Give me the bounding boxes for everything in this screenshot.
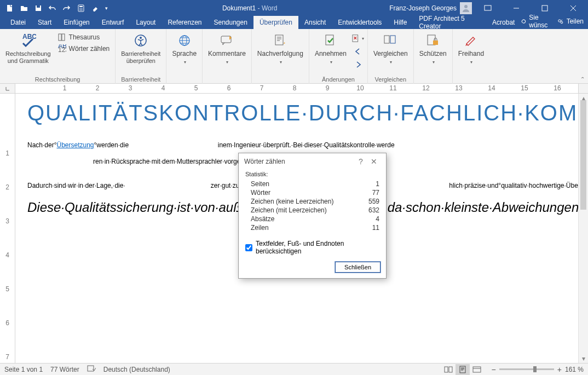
spellcheck-button[interactable]: ABC Rechtschreibung und Grammatik <box>3 31 53 64</box>
avatar-icon[interactable] <box>460 2 472 14</box>
wordcount-icon: ABC123 <box>57 44 66 53</box>
tab-hilfe[interactable]: Hilfe <box>388 16 413 29</box>
dialog-titlebar[interactable]: Wörter zählen ? ✕ <box>239 153 386 170</box>
scrollbar-vertical[interactable]: ▴ ▾ <box>578 94 588 363</box>
wordcount-button[interactable]: ABC123Wörter zählen <box>55 43 112 54</box>
tab-start[interactable]: Start <box>32 16 57 29</box>
ruler-horizontal[interactable]: 12345678910111213141516 <box>0 84 588 94</box>
group-barrierefreiheit: Barrierefreiheit überprüfen Barrierefrei… <box>116 29 166 84</box>
compare-button[interactable]: Vergleichen▾ <box>371 31 410 65</box>
scroll-thumb[interactable] <box>580 100 586 210</box>
hyperlink[interactable]: Übersetzung <box>57 141 94 149</box>
ruler-end <box>578 84 588 93</box>
zoom-knob[interactable] <box>533 366 537 372</box>
tab-acrobat[interactable]: Acrobat <box>486 16 521 29</box>
svg-rect-38 <box>473 367 481 372</box>
tab-pdfarchitect[interactable]: PDF Architect 5 Creator <box>413 16 486 29</box>
ruler-num: 6 <box>5 319 9 353</box>
tab-sendungen[interactable]: Sendungen <box>208 16 253 29</box>
tab-ansicht[interactable]: Ansicht <box>298 16 332 29</box>
zoom-slider[interactable] <box>499 368 554 370</box>
language-button[interactable]: Sprache▾ <box>170 31 199 65</box>
tab-referenzen[interactable]: Referenzen <box>162 16 207 29</box>
ruler-num: 5 <box>5 285 9 319</box>
accessibility-button[interactable]: Barrierefreiheit überprüfen <box>119 31 163 64</box>
stat-value: 559 <box>358 198 379 205</box>
ruler-num: 1 <box>48 84 81 92</box>
redo-icon[interactable] <box>60 1 74 15</box>
tab-layout[interactable]: Layout <box>130 16 162 29</box>
ink-icon <box>462 32 480 49</box>
include-textboxes-checkbox[interactable] <box>245 244 252 251</box>
view-print-icon[interactable] <box>456 364 470 375</box>
ruler-num: 15 <box>508 84 541 92</box>
svg-point-16 <box>561 21 563 24</box>
svg-rect-12 <box>485 5 491 10</box>
dialog-footer: Schließen <box>239 258 386 278</box>
zoom-in-icon[interactable]: + <box>557 365 562 374</box>
calculator-icon[interactable] <box>74 1 88 15</box>
ruler-vertical[interactable]: 1234567 <box>0 94 15 363</box>
checkbox-label: Textfelder, Fuß- und Endnoten berücksich… <box>256 240 379 255</box>
zoom-out-icon[interactable]: − <box>492 365 496 374</box>
tab-entwurf[interactable]: Entwurf <box>96 16 130 29</box>
stat-value: 4 <box>358 215 379 223</box>
stat-value: 11 <box>358 224 379 232</box>
dialog-close-icon[interactable]: ✕ <box>367 157 381 166</box>
group-kommentare: Kommentare▾ <box>203 29 252 84</box>
open-icon[interactable] <box>17 1 31 15</box>
tab-devtools[interactable]: Entwicklertools <box>332 16 388 29</box>
dialog-help-icon[interactable]: ? <box>354 157 367 166</box>
tracking-icon <box>272 32 289 49</box>
scroll-down-icon[interactable]: ▾ <box>579 354 588 363</box>
heading-1[interactable]: QUALITÄTSKONTROLLE·DURCH·FACHLICH·KOMPET… <box>27 101 562 125</box>
ribbon-display-icon[interactable] <box>475 0 500 16</box>
view-web-icon[interactable] <box>470 364 484 375</box>
status-language[interactable]: Deutsch (Deutschland) <box>103 366 170 373</box>
comments-button[interactable]: Kommentare▾ <box>206 31 248 65</box>
svg-point-9 <box>80 9 82 10</box>
stat-row: Seiten1 <box>245 180 379 188</box>
view-read-icon[interactable] <box>441 364 456 375</box>
statusbar: Seite 1 von 1 77 Wörter Deutsch (Deutsch… <box>0 363 588 375</box>
tab-datei[interactable]: Datei <box>4 16 32 29</box>
save-icon[interactable] <box>31 1 45 15</box>
svg-point-15 <box>558 20 560 22</box>
reject-button[interactable]: ▾ <box>352 32 364 44</box>
close-button[interactable]: Schließen <box>335 262 381 273</box>
protect-button[interactable]: Schützen▾ <box>417 31 449 65</box>
qat-more-icon[interactable]: ▾ <box>102 1 110 15</box>
tab-ueberpruefen[interactable]: Überprüfen <box>253 16 298 29</box>
undo-icon[interactable] <box>45 1 60 15</box>
ink-button[interactable]: Freihand▾ <box>456 31 486 65</box>
tab-selector-icon[interactable] <box>0 84 15 93</box>
language-icon <box>176 32 193 49</box>
svg-rect-2 <box>37 5 40 8</box>
lock-icon <box>424 32 442 49</box>
thesaurus-icon <box>57 33 66 42</box>
new-icon[interactable] <box>3 1 17 15</box>
ruler-num: 12 <box>410 84 442 92</box>
prev-change-button[interactable] <box>352 45 364 57</box>
share-button[interactable]: Teilen <box>557 18 584 25</box>
collapse-ribbon-icon[interactable]: ⌃ <box>580 76 585 82</box>
chevron-down-icon: ▾ <box>184 60 186 65</box>
tab-einfuegen[interactable]: Einfügen <box>57 16 95 29</box>
wordcount-dialog: Wörter zählen ? ✕ Statistik: Seiten1Wört… <box>238 153 387 279</box>
status-page[interactable]: Seite 1 von 1 <box>4 366 43 373</box>
next-change-button[interactable] <box>352 59 364 71</box>
eraser-icon[interactable] <box>88 1 102 15</box>
svg-rect-33 <box>433 41 438 45</box>
user-name[interactable]: Franz-Joseph Georges <box>389 4 457 12</box>
zoom-value[interactable]: 161 % <box>565 366 584 373</box>
svg-rect-35 <box>445 367 448 372</box>
ruler-num: 10 <box>344 84 377 92</box>
quick-access-toolbar: ▾ <box>0 1 110 15</box>
tell-me[interactable]: Sie wünsc <box>521 14 552 29</box>
thesaurus-button[interactable]: Thesaurus <box>55 32 112 43</box>
status-wordcount[interactable]: 77 Wörter <box>50 366 79 373</box>
tracking-button[interactable]: Nachverfolgung▾ <box>255 31 305 65</box>
svg-rect-34 <box>88 366 94 371</box>
accept-button[interactable]: Annehmen▾ <box>313 31 349 65</box>
proofing-icon[interactable] <box>87 365 96 374</box>
